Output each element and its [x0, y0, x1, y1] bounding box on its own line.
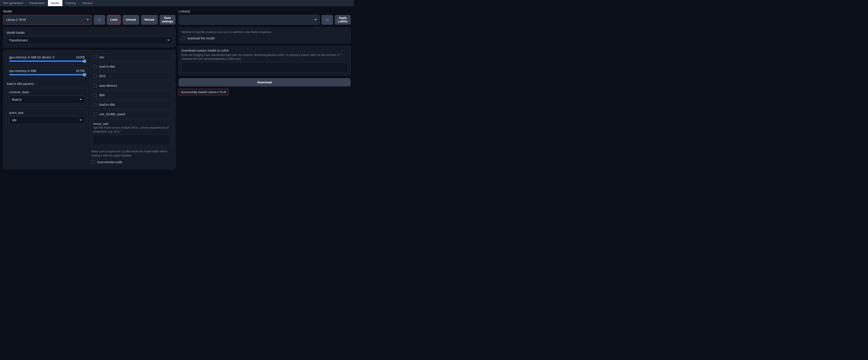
auto-devices-checkbox[interactable]: auto-devices	[91, 82, 173, 90]
tab-text-generation[interactable]: Text generation	[0, 0, 27, 6]
cpu-memory-slider[interactable]: cpu-memory in MiB	[6, 66, 88, 78]
unload-button[interactable]: Unload	[123, 15, 139, 25]
download-panel: Download custom model or LoRA Enter the …	[179, 46, 351, 75]
gpu-memory-slider[interactable]: gpu-memory in MiB for device :0	[6, 53, 88, 64]
model-loader-dropdown[interactable]: Transformers	[6, 36, 173, 45]
cpu-checkbox[interactable]: cpu	[91, 53, 173, 61]
tab-model[interactable]: Model	[48, 0, 62, 6]
cpu-memory-value[interactable]	[69, 69, 85, 73]
gpu-memory-label: gpu-memory in MiB for device :0	[9, 55, 55, 59]
compute-dtype-dropdown[interactable]: float16	[9, 95, 85, 104]
model-loader-label: Model loader	[6, 31, 173, 34]
bf16-checkbox[interactable]: bf16	[91, 72, 173, 80]
quant-type-label: quant_type	[9, 111, 85, 114]
tab-parameters[interactable]: Parameters	[27, 0, 48, 6]
save-settings-button[interactable]: Save settings	[160, 15, 176, 25]
load-button[interactable]: Load	[107, 15, 121, 25]
load-in-8bit-checkbox[interactable]: load-in-8bit	[91, 62, 173, 71]
quant-type-dropdown[interactable]: nf4	[9, 116, 85, 124]
tab-training[interactable]: Training	[62, 0, 79, 6]
tab-session[interactable]: Session	[79, 0, 96, 6]
tabbar: Text generation Parameters Model Trainin…	[0, 0, 354, 6]
load-status-message: Successfully loaded Llama-2-7b-hf	[179, 89, 228, 95]
chevron-down-icon	[80, 99, 82, 100]
loader-settings-panel: gpu-memory in MiB for device :0 cpu-memo…	[3, 50, 176, 169]
compute-dtype-label: compute_dtype	[9, 90, 85, 94]
tensor-split-label: tensor_split	[93, 122, 170, 126]
refresh-lora-list-button[interactable]: ⇆	[321, 15, 333, 25]
use-double-quant-checkbox[interactable]: use_double_quant	[91, 110, 173, 118]
chevron-down-icon	[314, 19, 317, 20]
model-loader-panel: Model loader Transformers	[3, 27, 176, 47]
apply-loras-button[interactable]: Apply LoRAs	[335, 15, 351, 25]
compute-dtype-block: compute_dtype float16	[6, 88, 88, 106]
tensor-split-block: tensor_split Split the model across mult…	[91, 119, 173, 148]
download-button[interactable]: Download	[179, 78, 351, 86]
lora-label: LoRA(s)	[179, 9, 351, 13]
refresh-model-list-button[interactable]: ⇆	[94, 15, 105, 25]
trust-remote-code-checkbox[interactable]: trust-remote-code	[91, 159, 173, 165]
download-desc: Enter the Hugging Face username/model pa…	[182, 53, 348, 61]
chevron-down-icon	[167, 39, 169, 41]
tensor-split-input[interactable]	[93, 135, 170, 145]
cpu-memory-label: cpu-memory in MiB	[9, 69, 36, 73]
tensor-split-desc: Split the model across multiple GPUs, co…	[93, 126, 170, 134]
model-loader-value: Transformers	[9, 38, 28, 42]
autoload-desc: Whether to load the model as soon as it …	[182, 30, 348, 34]
trust-remote-code-note: Make sure to inspect the .py files insid…	[91, 149, 173, 159]
lora-dropdown[interactable]	[179, 15, 320, 25]
gpu-memory-value[interactable]	[69, 55, 85, 59]
reload-button[interactable]: Reload	[141, 15, 158, 25]
load-in-4bit-checkbox[interactable]: load-in-4bit	[91, 101, 173, 109]
autoload-label: Autoload the model	[187, 36, 215, 40]
model-dropdown[interactable]: Llama-2-7b-hf	[3, 15, 92, 25]
compute-dtype-value: float16	[12, 98, 22, 102]
download-heading: Download custom model or LoRA	[182, 49, 348, 52]
autoload-checkbox[interactable]: Autoload the model	[182, 36, 348, 40]
quant-type-value: nf4	[12, 118, 16, 122]
autoload-panel: Whether to load the model as soon as it …	[179, 27, 351, 43]
chevron-down-icon	[80, 119, 82, 121]
quant-type-block: quant_type nf4	[6, 108, 88, 127]
model-dropdown-value: Llama-2-7b-hf	[6, 18, 26, 22]
chevron-down-icon	[87, 19, 89, 20]
disk-checkbox[interactable]: disk	[91, 91, 173, 99]
load-in-4bit-heading: load-in-4bit params:	[6, 82, 88, 86]
download-input[interactable]	[182, 62, 348, 73]
model-label: Model	[3, 9, 176, 13]
